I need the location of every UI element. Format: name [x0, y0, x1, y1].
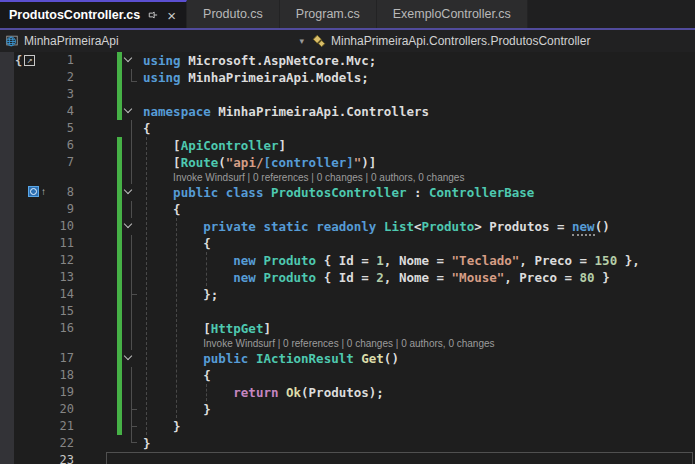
code-token [263, 185, 271, 200]
code-line[interactable]: 8↑ public class ProdutosController : Con… [0, 184, 695, 201]
tab-program-cs[interactable]: Program.cs [280, 0, 377, 28]
fold-chevron-icon[interactable] [122, 103, 137, 120]
line-number: 19 [36, 384, 74, 401]
code-token [376, 219, 384, 234]
code-text: new Produto { Id = 1, Nome = "Teclado", … [0, 252, 695, 269]
code-line[interactable]: 1{↗using Microsoft.AspNetCore.Mvc; [0, 52, 695, 69]
code-token: return [233, 385, 278, 400]
fold-chevron-icon[interactable] [122, 184, 137, 201]
codelens[interactable]: Invoke Windsurf | 0 references | 0 chang… [0, 171, 695, 184]
change-indicator [117, 235, 122, 252]
code-text: } [0, 401, 695, 418]
editor-pane[interactable]: 1{↗using Microsoft.AspNetCore.Mvc;2using… [0, 52, 695, 464]
tab-exemplocontroller-cs[interactable]: ExemploController.cs [377, 0, 528, 28]
line-number: 3 [36, 86, 74, 103]
code-text: namespace MinhaPrimeiraApi.Controllers [0, 103, 695, 120]
code-token: { [143, 121, 151, 136]
chevron-down-icon[interactable]: ▾ [299, 36, 304, 46]
code-line[interactable]: 12 new Produto { Id = 1, Nome = "Teclado… [0, 252, 695, 269]
code-token: )] [361, 155, 376, 170]
code-token: class [226, 185, 264, 200]
code-token: ); [369, 385, 384, 400]
change-indicator [117, 171, 122, 184]
code-token: > Produtos = [474, 219, 572, 234]
code-token: < [414, 219, 422, 234]
code-token: ] [278, 138, 286, 153]
code-line[interactable]: 2using MinhaPrimeiraApi.Models; [0, 69, 695, 86]
code-token: ProdutosController [271, 185, 406, 200]
code-token: [ [143, 138, 181, 153]
code-text: [HttpGet] [0, 320, 695, 337]
code-line[interactable]: 21 } [0, 418, 695, 435]
line-number: 23 [36, 452, 74, 464]
code-line[interactable]: 19 return Ok(Produtos); [0, 384, 695, 401]
code-text: public class ProdutosController : Contro… [0, 184, 695, 201]
code-token: ( [218, 155, 226, 170]
code-token: new [572, 219, 595, 236]
change-indicator [117, 286, 122, 303]
code-line[interactable]: 15 [0, 303, 695, 320]
code-line[interactable]: 10 private static readonly List<Produto>… [0, 218, 695, 235]
tab-produtoscontroller-cs[interactable]: ProdutosController.cs × [0, 0, 187, 28]
code-token: 1 [376, 253, 384, 268]
code-token: () [384, 351, 399, 366]
code-token: : [406, 185, 429, 200]
code-token [309, 219, 317, 234]
code-line[interactable]: 20 } [0, 401, 695, 418]
fold-chevron-icon[interactable] [122, 218, 137, 235]
code-token: 80 [580, 270, 595, 285]
change-indicator [117, 69, 122, 86]
code-line[interactable]: 13 new Produto { Id = 2, Nome = "Mouse",… [0, 269, 695, 286]
pin-icon[interactable] [147, 9, 159, 21]
code-token: using [143, 53, 181, 68]
code-token: namespace [143, 104, 211, 119]
line-number: 21 [36, 418, 74, 435]
tab-produto-cs[interactable]: Produto.cs [187, 0, 280, 28]
code-line[interactable]: 3 [0, 86, 695, 103]
code-token: { Id = [316, 253, 376, 268]
line-number: 14 [36, 286, 74, 303]
change-indicator [117, 320, 122, 337]
close-icon[interactable]: × [166, 8, 177, 23]
fold-chevron-icon[interactable] [122, 350, 137, 367]
code-token [143, 351, 203, 366]
code-line[interactable]: 6 [ApiController] [0, 137, 695, 154]
codelens[interactable]: Invoke Windsurf | 0 references | 0 chang… [0, 337, 695, 350]
line-number: 5 [36, 120, 74, 137]
code-token: Produto [422, 219, 475, 234]
tab-label: ExemploController.cs [393, 7, 511, 21]
code-line[interactable]: 17 public IActionResult Get() [0, 350, 695, 367]
breadcrumb-project-dropdown[interactable]: MinhaPrimeiraApi ▾ [0, 34, 312, 48]
code-line[interactable]: 9 { [0, 201, 695, 218]
code-token: , Preco = [504, 270, 579, 285]
change-indicator [117, 303, 122, 320]
code-token: Produto [263, 253, 316, 268]
change-indicator [117, 367, 122, 384]
code-line[interactable]: 7 [Route("api/[controller]")] [0, 154, 695, 171]
breadcrumb-symbol-path[interactable]: MinhaPrimeiraApi.Controllers.ProdutosCon… [312, 34, 590, 48]
fold-chevron-icon[interactable] [122, 52, 137, 69]
code-line[interactable]: 22} [0, 435, 695, 452]
code-line[interactable]: 23 [0, 452, 695, 464]
code-token: { Id = [316, 270, 376, 285]
code-line[interactable]: 4namespace MinhaPrimeiraApi.Controllers [0, 103, 695, 120]
code-line[interactable]: 16 [HttpGet] [0, 320, 695, 337]
code-token: Microsoft.AspNetCore.Mvc; [181, 53, 377, 68]
code-editor-window: ProdutosController.cs × Produto.cs Progr… [0, 0, 695, 464]
inheritance-indicator-icon: ↑ [28, 186, 46, 197]
code-text: private static readonly List<Produto> Pr… [0, 218, 695, 235]
code-token: HttpGet [211, 321, 264, 336]
code-line[interactable]: 18 { [0, 367, 695, 384]
code-line[interactable]: 11 { [0, 235, 695, 252]
class-icon [312, 34, 326, 48]
code-token: 150 [595, 253, 618, 268]
line-number: 16 [36, 320, 74, 337]
code-line[interactable]: 14 }; [0, 286, 695, 303]
code-line[interactable]: 5{ [0, 120, 695, 137]
code-text: { [0, 367, 695, 384]
code-token: } [143, 402, 211, 417]
project-name: MinhaPrimeiraApi [24, 34, 119, 48]
code-token: () [595, 219, 610, 234]
line-number: 17 [36, 350, 74, 367]
change-indicator [117, 337, 122, 350]
